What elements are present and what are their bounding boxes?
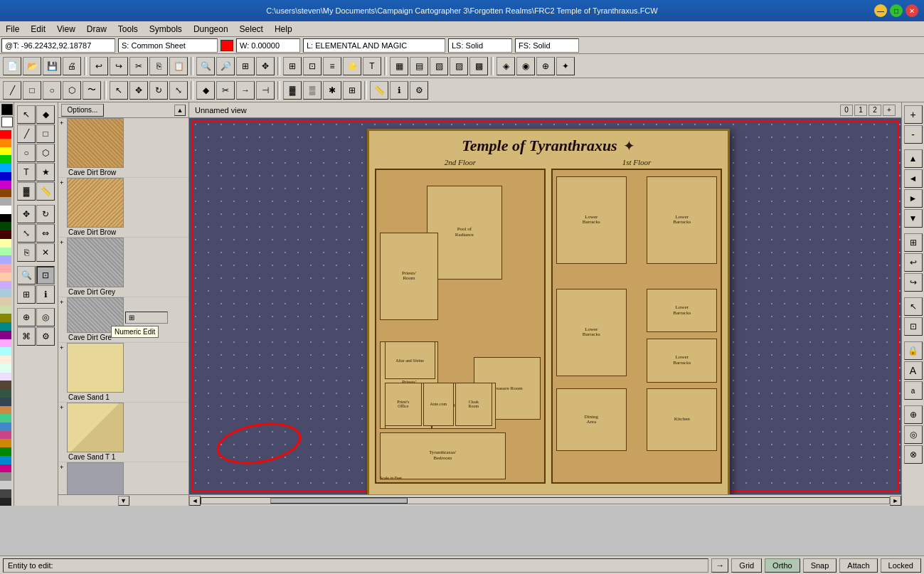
swatch-caramel[interactable] (0, 406, 11, 415)
swatch-darkblue[interactable] (0, 172, 11, 181)
group-btn[interactable]: ⊞ (343, 81, 361, 100)
info-btn[interactable]: ℹ (390, 81, 408, 100)
swatch-mint[interactable] (0, 364, 11, 373)
swatch-tan[interactable] (0, 297, 11, 306)
hscroll-thumb[interactable] (270, 498, 408, 504)
bg-color[interactable] (1, 117, 13, 128)
rt-lock[interactable]: 🔒 (904, 341, 923, 360)
swatch-orange[interactable] (0, 139, 11, 147)
swatch-lime[interactable] (0, 447, 11, 456)
tool-mirror[interactable]: ⇔ (36, 224, 55, 243)
swatch-cream[interactable] (0, 356, 11, 364)
expand-2[interactable]: + (58, 178, 67, 237)
swatch-lightyellow[interactable] (0, 239, 11, 248)
misc-btn1[interactable]: ◈ (496, 57, 515, 75)
swatch-teal[interactable] (0, 322, 11, 331)
tool-extra4[interactable]: ⚙ (36, 327, 55, 346)
misc-btn4[interactable]: ✦ (556, 57, 575, 75)
swatch-green[interactable] (0, 155, 11, 164)
swatch-cerulean[interactable] (0, 456, 11, 464)
view-num-1[interactable]: 1 (854, 105, 867, 116)
hatch-btn[interactable]: ▒ (303, 81, 322, 100)
draw-line-btn[interactable]: ╱ (3, 81, 21, 100)
swatch-peach[interactable] (0, 272, 11, 281)
tool-extra1[interactable]: ⊕ (17, 308, 36, 326)
catalog-item-cave-sand-1[interactable]: + Cave Sand 1 (58, 343, 188, 403)
minimize-button[interactable]: — (874, 4, 887, 17)
rotate-btn[interactable]: ↻ (149, 81, 168, 100)
expand-4[interactable]: + (58, 297, 67, 342)
select-btn[interactable]: ↖ (110, 81, 128, 100)
copy-btn[interactable]: ⎘ (149, 57, 168, 75)
locked-button[interactable]: Locked (881, 558, 921, 573)
catalog-item-cave-stone-1[interactable]: + Cave Stone 1 (58, 462, 188, 494)
catalog-scroll-up[interactable]: ▲ (174, 105, 186, 116)
snap-button[interactable]: Snap (803, 558, 837, 573)
view-num-2[interactable]: 2 (869, 105, 881, 116)
swatch-darkgreen[interactable] (0, 222, 11, 230)
tool-extra3[interactable]: ⌘ (17, 327, 36, 346)
fill-btn[interactable]: ▓ (283, 81, 302, 100)
node-btn[interactable]: ◆ (196, 81, 215, 100)
attach-button[interactable]: Attach (839, 558, 877, 573)
draw-curve-btn[interactable]: 〜 (83, 81, 101, 100)
grid-button[interactable]: Grid (731, 558, 762, 573)
redo-btn[interactable]: ↪ (110, 57, 128, 75)
hscroll-right[interactable]: ► (890, 496, 901, 506)
snap-btn[interactable]: ⊡ (303, 57, 322, 75)
rt-next[interactable]: ↪ (904, 273, 923, 292)
swatch-blue[interactable] (0, 164, 11, 172)
expand-3[interactable]: + (58, 238, 67, 297)
tool-move[interactable]: ✥ (17, 205, 36, 223)
rt-extra3[interactable]: ⊗ (904, 445, 923, 464)
zoom-out-btn[interactable]: 🔎 (216, 57, 235, 75)
measure-btn[interactable]: 📏 (370, 81, 388, 100)
swatch-lightred[interactable] (0, 264, 11, 272)
tool-active[interactable]: ⊡ (36, 266, 55, 285)
swatch-mid-grey[interactable] (0, 472, 11, 481)
rt-cursor[interactable]: ↖ (904, 297, 923, 316)
swatch-brown[interactable] (0, 188, 11, 197)
tool-extra2[interactable]: ◎ (36, 308, 55, 326)
rt-node-edit[interactable]: ⊡ (904, 317, 923, 336)
tool-fill[interactable]: ▓ (17, 182, 36, 201)
menu-file[interactable]: File (0, 23, 25, 36)
layer-btn[interactable]: ≡ (323, 57, 341, 75)
menu-symbols[interactable]: Symbols (144, 23, 188, 36)
layer-field[interactable]: L: ELEMENTAL AND MAGIC (303, 38, 445, 53)
tool-pan[interactable]: ⊞ (17, 285, 36, 304)
tool-poly[interactable]: ⬡ (36, 144, 55, 162)
draw-circle-btn[interactable]: ○ (43, 81, 61, 100)
swatch-darkred[interactable] (0, 230, 11, 239)
move-btn[interactable]: ✥ (129, 81, 148, 100)
break-btn[interactable]: ⊣ (256, 81, 275, 100)
swatch-light-grey[interactable] (0, 481, 11, 489)
color-swatch[interactable] (221, 40, 233, 51)
print-btn[interactable]: 🖨 (63, 57, 81, 75)
menu-tools[interactable]: Tools (112, 23, 144, 36)
swatch-pink[interactable] (0, 339, 11, 348)
misc-btn3[interactable]: ⊕ (536, 57, 555, 75)
tool-select[interactable]: ↖ (17, 105, 36, 124)
swatch-cornflower[interactable] (0, 422, 11, 431)
properties-btn[interactable]: ⚙ (410, 81, 428, 100)
rt-fit[interactable]: ⊞ (904, 233, 923, 252)
tool-scale[interactable]: ⤡ (17, 224, 36, 243)
swatch-lightblue[interactable] (0, 255, 11, 264)
swatch-magenta[interactable] (0, 331, 11, 339)
zoom-fit-btn[interactable]: ⊞ (236, 57, 255, 75)
tool-line[interactable]: ╱ (17, 124, 36, 143)
effects-btn4[interactable]: ▨ (450, 57, 468, 75)
swatch-near-black[interactable] (0, 498, 11, 506)
expand-5[interactable]: + (58, 343, 67, 402)
expand-6[interactable]: + (58, 403, 67, 462)
open-btn[interactable]: 📂 (23, 57, 41, 75)
swatch-dark-grey[interactable] (0, 489, 11, 498)
catalog-item-cave-dirt-brown-1[interactable]: + Cave Dirt Brow (58, 118, 188, 178)
swatch-red[interactable] (0, 130, 11, 139)
pan-btn[interactable]: ✥ (256, 57, 275, 75)
extend-btn[interactable]: → (236, 81, 255, 100)
expand-7[interactable]: + (58, 462, 67, 494)
view-num-0[interactable]: 0 (840, 105, 853, 116)
tool-text[interactable]: T (17, 163, 36, 181)
